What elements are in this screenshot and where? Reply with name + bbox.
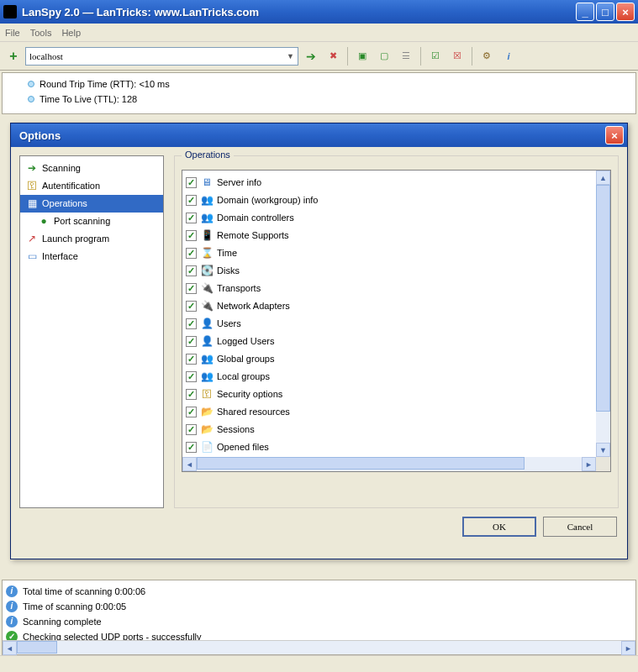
collapse-button[interactable]: ▢ <box>375 47 393 66</box>
operation-item[interactable]: ✓📂Sessions <box>186 421 607 438</box>
operation-item[interactable]: ✓⌛Time <box>186 244 607 262</box>
checkbox[interactable]: ✓ <box>186 195 197 206</box>
checkbox[interactable]: ✓ <box>186 283 197 294</box>
address-input[interactable] <box>29 51 287 61</box>
nav-operations[interactable]: ▦Operations <box>20 195 163 213</box>
menu-help[interactable]: Help <box>61 28 81 38</box>
item-icon: 👤 <box>200 318 214 331</box>
bullet-icon <box>28 96 34 102</box>
operation-item[interactable]: ✓👥Global groups <box>186 350 607 368</box>
operation-label: Global groups <box>217 350 275 368</box>
checkbox[interactable]: ✓ <box>186 301 197 312</box>
scroll-thumb[interactable] <box>17 641 57 654</box>
checkbox[interactable]: ✓ <box>186 389 197 400</box>
info-icon: i <box>6 616 18 627</box>
operation-label: Server info <box>217 174 261 192</box>
checkbox[interactable]: ✓ <box>186 177 197 188</box>
operation-item[interactable]: ✓🔌Transports <box>186 280 607 297</box>
nav-scanning[interactable]: ➔Scanning <box>20 160 163 177</box>
maximize-button[interactable]: □ <box>596 3 614 21</box>
tree-row: Round Trip Time (RTT): <10 ms <box>28 76 610 92</box>
operation-item[interactable]: ✓⚿Security options <box>186 386 607 403</box>
scroll-left-icon[interactable]: ◄ <box>182 457 197 471</box>
checkbox[interactable]: ✓ <box>186 248 197 259</box>
item-icon: 👥 <box>200 370 214 384</box>
minimize-button[interactable]: _ <box>576 3 594 21</box>
checkbox[interactable]: ✓ <box>186 213 197 223</box>
options-dialog: Options × ➔Scanning ⚿Autentification ▦Op… <box>10 123 628 559</box>
checkbox[interactable]: ✓ <box>186 371 197 382</box>
operation-label: Sessions <box>217 421 255 438</box>
checkbox[interactable]: ✓ <box>186 336 197 347</box>
nav-label: Interface <box>42 249 78 264</box>
scroll-thumb[interactable] <box>197 457 525 470</box>
nav-auth[interactable]: ⚿Autentification <box>20 177 163 195</box>
ok-button[interactable]: OK <box>462 517 536 537</box>
operation-label: Disks <box>217 262 240 280</box>
rocket-icon: ↗ <box>25 233 39 246</box>
scroll-right-icon[interactable]: ► <box>621 641 635 655</box>
item-icon: ⚿ <box>200 388 214 402</box>
scroll-up-icon[interactable]: ▲ <box>596 171 610 185</box>
item-icon: 📂 <box>200 423 214 437</box>
checkbox[interactable]: ✓ <box>186 354 197 365</box>
operation-item[interactable]: ✓👤Logged Users <box>186 333 607 350</box>
checkbox[interactable]: ✓ <box>186 424 197 435</box>
add-icon[interactable]: + <box>5 48 22 65</box>
operation-item[interactable]: ✓🔌Network Adapters <box>186 297 607 315</box>
list-button[interactable]: ☰ <box>397 47 415 66</box>
check-button[interactable]: ☑ <box>426 47 445 66</box>
menu-file[interactable]: File <box>5 28 20 38</box>
operation-label: Local groups <box>217 368 270 386</box>
operation-item[interactable]: ✓📄Opened files <box>186 438 607 456</box>
operation-item[interactable]: ✓👥Domain controllers <box>186 209 607 227</box>
operation-item[interactable]: ✓📱Remote Supports <box>186 227 607 244</box>
item-icon: 💽 <box>200 265 214 278</box>
menu-tools[interactable]: Tools <box>30 28 52 38</box>
address-combo[interactable]: ▼ <box>25 47 298 66</box>
scroll-down-icon[interactable]: ▼ <box>596 443 610 457</box>
settings-button[interactable]: ⚙ <box>477 47 496 66</box>
dot-icon: ● <box>37 215 50 228</box>
address-dropdown-icon[interactable]: ▼ <box>287 52 294 60</box>
uncheck-button[interactable]: ☒ <box>448 47 467 66</box>
cancel-button[interactable]: Cancel <box>543 517 617 537</box>
close-button[interactable]: × <box>616 3 635 21</box>
checkbox[interactable]: ✓ <box>186 442 197 453</box>
nav-launch[interactable]: ↗Launch program <box>20 230 163 248</box>
checkbox[interactable]: ✓ <box>186 230 197 241</box>
dialog-close-button[interactable]: × <box>605 126 624 144</box>
dialog-title: Options <box>19 129 605 142</box>
operation-item[interactable]: ✓👥Local groups <box>186 368 607 386</box>
nav-label: Autentification <box>42 179 100 193</box>
hscrollbar[interactable]: ◄ ► <box>182 457 596 471</box>
log-hscrollbar[interactable]: ◄ ► <box>3 640 635 654</box>
scroll-right-icon[interactable]: ► <box>582 457 596 471</box>
operations-group: Operations ✓🖥Server info✓👥Domain (workgr… <box>174 155 619 508</box>
main-titlebar: LanSpy 2.0 — LanTricks: www.LanTricks.co… <box>0 0 638 24</box>
nav-interface[interactable]: ▭Interface <box>20 248 163 265</box>
operation-label: Transports <box>217 280 261 297</box>
checkbox[interactable]: ✓ <box>186 265 197 276</box>
scroll-thumb[interactable] <box>596 185 610 412</box>
info-button[interactable]: i <box>499 47 518 66</box>
tree-row: Time To Live (TTL): 128 <box>28 92 610 107</box>
operation-label: Time <box>217 244 237 262</box>
operations-list[interactable]: ✓🖥Server info✓👥Domain (workgroup) info✓👥… <box>182 170 611 472</box>
nav-portscan[interactable]: ●Port scanning <box>20 213 163 230</box>
operation-item[interactable]: ✓📂Shared resources <box>186 403 607 421</box>
checkbox[interactable]: ✓ <box>186 407 197 417</box>
go-button[interactable]: ➔ <box>302 47 320 66</box>
operation-item[interactable]: ✓👤Users <box>186 315 607 333</box>
checkbox[interactable]: ✓ <box>186 318 197 329</box>
nav-label: Launch program <box>42 232 109 246</box>
stop-button[interactable]: ✖ <box>324 47 342 66</box>
operation-item[interactable]: ✓💽Disks <box>186 262 607 280</box>
expand-button[interactable]: ▣ <box>353 47 372 66</box>
tree-label: Time To Live (TTL): 128 <box>40 92 137 107</box>
operation-item[interactable]: ✓🖥Server info <box>186 174 607 192</box>
result-tree[interactable]: Round Trip Time (RTT): <10 ms Time To Li… <box>2 72 636 114</box>
vscrollbar[interactable]: ▲ ▼ <box>596 171 610 457</box>
scroll-left-icon[interactable]: ◄ <box>3 641 17 655</box>
operation-item[interactable]: ✓👥Domain (workgroup) info <box>186 192 607 209</box>
